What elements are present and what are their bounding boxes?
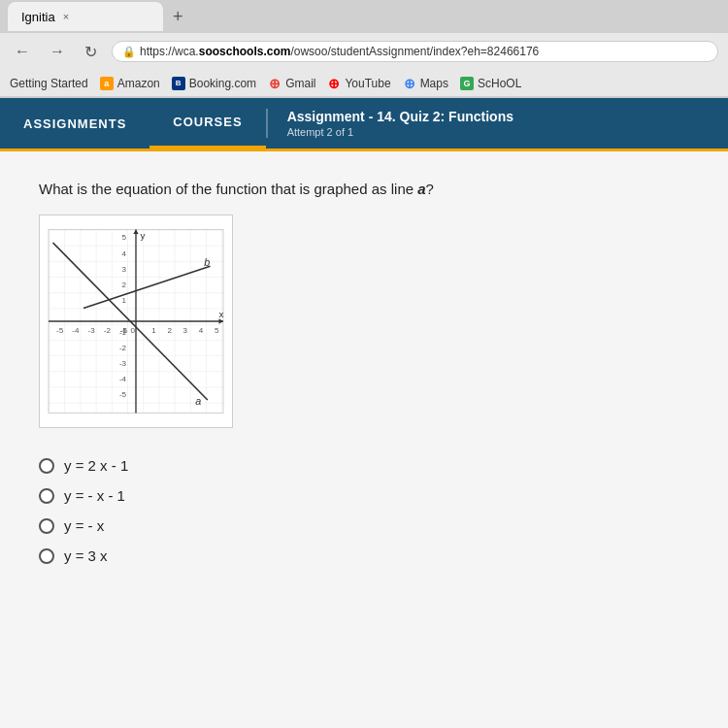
url-text: https://wca.sooschools.com/owsoo/student… bbox=[140, 45, 539, 58]
svg-text:5: 5 bbox=[122, 233, 127, 242]
svg-text:5: 5 bbox=[215, 326, 219, 335]
back-button[interactable]: ← bbox=[10, 41, 35, 62]
answer-label-3: y = - x bbox=[64, 517, 104, 534]
answer-choice-3[interactable]: y = - x bbox=[39, 517, 689, 534]
radio-button-1[interactable] bbox=[39, 458, 54, 474]
answer-label-4: y = 3 x bbox=[64, 547, 108, 564]
svg-text:-3: -3 bbox=[119, 359, 127, 368]
gmail-label: Gmail bbox=[285, 77, 315, 90]
svg-text:2: 2 bbox=[167, 326, 172, 335]
bookmark-maps[interactable]: ⊕ Maps bbox=[403, 77, 448, 90]
bookmark-school[interactable]: G ScHoOL bbox=[460, 77, 521, 90]
bookmark-booking[interactable]: B Booking.com bbox=[172, 77, 256, 90]
answer-choice-2[interactable]: y = - x - 1 bbox=[39, 487, 689, 504]
svg-text:4: 4 bbox=[199, 326, 204, 335]
amazon-icon: a bbox=[100, 77, 114, 90]
school-label: ScHoOL bbox=[478, 77, 521, 90]
nav-courses[interactable]: COURSES bbox=[149, 98, 265, 149]
youtube-label: YouTube bbox=[345, 77, 390, 90]
bookmark-amazon[interactable]: a Amazon bbox=[100, 77, 160, 90]
answer-choice-4[interactable]: y = 3 x bbox=[39, 547, 689, 564]
svg-text:-4: -4 bbox=[119, 375, 127, 383]
answer-choices: y = 2 x - 1 y = - x - 1 y = - x y = 3 x bbox=[39, 457, 689, 564]
youtube-icon: ⊕ bbox=[327, 77, 341, 90]
svg-text:3: 3 bbox=[183, 326, 188, 335]
answer-label-1: y = 2 x - 1 bbox=[64, 457, 128, 474]
maps-icon: ⊕ bbox=[403, 77, 416, 90]
nav-assignments[interactable]: ASSIGNMENTS bbox=[0, 98, 149, 149]
graph-container: x y -5 -5 -4 -3 -2 -1 1 2 3 4 5 5 4 3 2 … bbox=[39, 215, 233, 432]
svg-text:-3: -3 bbox=[88, 326, 96, 335]
svg-text:3: 3 bbox=[122, 265, 127, 274]
radio-button-2[interactable] bbox=[39, 488, 54, 504]
svg-text:-2: -2 bbox=[119, 344, 127, 352]
coordinate-graph: x y -5 -5 -4 -3 -2 -1 1 2 3 4 5 5 4 3 2 … bbox=[39, 215, 233, 428]
assignment-attempt: Attempt 2 of 1 bbox=[287, 126, 513, 138]
booking-label: Booking.com bbox=[189, 77, 256, 90]
answer-choice-1[interactable]: y = 2 x - 1 bbox=[39, 457, 689, 474]
svg-text:2: 2 bbox=[122, 281, 127, 289]
svg-text:1: 1 bbox=[122, 296, 127, 305]
gmail-icon: ⊕ bbox=[268, 77, 281, 90]
maps-label: Maps bbox=[420, 77, 448, 90]
tab-title: Ignitia bbox=[21, 10, 55, 24]
tab-bar: Ignitia × + bbox=[0, 0, 728, 33]
new-tab-button[interactable]: + bbox=[167, 7, 189, 27]
assignment-info: Assignment - 14. Quiz 2: Functions Attem… bbox=[266, 109, 513, 138]
browser-chrome: Ignitia × + ← → ↻ 🔒 https://wca.sooschoo… bbox=[0, 0, 728, 98]
radio-button-4[interactable] bbox=[39, 548, 54, 564]
refresh-button[interactable]: ↻ bbox=[80, 41, 102, 63]
forward-button[interactable]: → bbox=[45, 41, 70, 62]
svg-text:x: x bbox=[219, 309, 224, 319]
svg-text:b: b bbox=[204, 256, 210, 268]
assignment-title: Assignment - 14. Quiz 2: Functions bbox=[287, 109, 513, 124]
address-bar: ← → ↻ 🔒 https://wca.sooschools.com/owsoo… bbox=[0, 33, 728, 70]
booking-icon: B bbox=[172, 77, 185, 90]
bookmark-getting-started[interactable]: Getting Started bbox=[10, 77, 88, 90]
svg-text:y: y bbox=[141, 230, 146, 241]
svg-text:-2: -2 bbox=[104, 326, 112, 335]
svg-text:-5: -5 bbox=[119, 390, 127, 399]
question-text: What is the equation of the function tha… bbox=[39, 181, 689, 197]
url-bar[interactable]: 🔒 https://wca.sooschools.com/owsoo/stude… bbox=[112, 41, 718, 62]
svg-text:a: a bbox=[195, 395, 201, 407]
bookmarks-bar: Getting Started a Amazon B Booking.com ⊕… bbox=[0, 70, 728, 97]
getting-started-label: Getting Started bbox=[10, 77, 88, 90]
radio-button-3[interactable] bbox=[39, 518, 54, 534]
school-icon: G bbox=[460, 77, 474, 90]
main-content: What is the equation of the function tha… bbox=[0, 151, 728, 728]
answer-label-2: y = - x - 1 bbox=[64, 487, 125, 504]
svg-text:-4: -4 bbox=[72, 326, 80, 335]
bookmark-youtube[interactable]: ⊕ YouTube bbox=[327, 77, 390, 90]
svg-text:-5: -5 bbox=[56, 326, 64, 335]
tab-close-button[interactable]: × bbox=[63, 11, 69, 22]
secure-icon: 🔒 bbox=[122, 46, 136, 58]
app-header: ASSIGNMENTS COURSES Assignment - 14. Qui… bbox=[0, 98, 728, 149]
amazon-label: Amazon bbox=[117, 77, 160, 90]
svg-text:1: 1 bbox=[151, 326, 156, 335]
svg-text:4: 4 bbox=[122, 249, 127, 258]
bookmark-gmail[interactable]: ⊕ Gmail bbox=[268, 77, 315, 90]
svg-text:0: 0 bbox=[131, 326, 136, 335]
active-tab[interactable]: Ignitia × bbox=[8, 2, 163, 31]
svg-text:-1: -1 bbox=[119, 328, 127, 337]
